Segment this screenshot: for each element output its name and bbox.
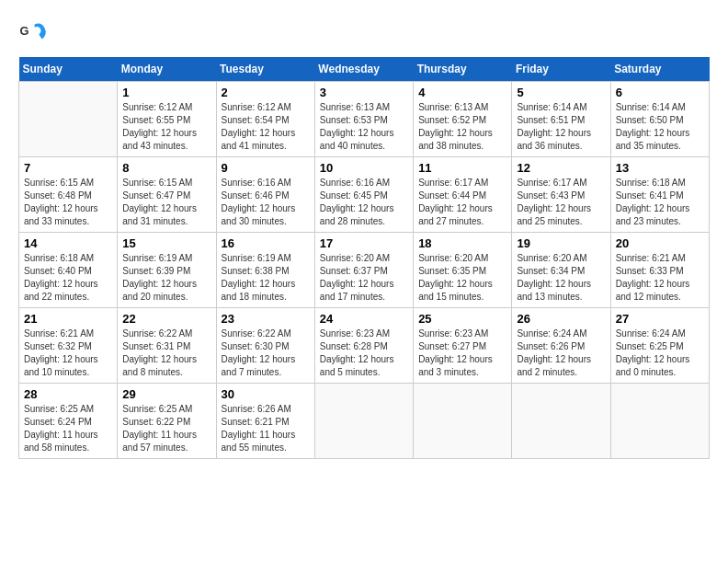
- calendar-week-4: 21Sunrise: 6:21 AM Sunset: 6:32 PM Dayli…: [19, 308, 710, 384]
- weekday-monday: Monday: [118, 57, 216, 82]
- day-number: 15: [122, 236, 210, 250]
- day-info: Sunrise: 6:21 AM Sunset: 6:32 PM Dayligh…: [24, 327, 112, 379]
- day-info: Sunrise: 6:20 AM Sunset: 6:34 PM Dayligh…: [517, 252, 605, 304]
- day-info: Sunrise: 6:15 AM Sunset: 6:48 PM Dayligh…: [24, 177, 112, 228]
- calendar-cell: 18Sunrise: 6:20 AM Sunset: 6:35 PM Dayli…: [414, 233, 512, 308]
- calendar-cell: 10Sunrise: 6:16 AM Sunset: 6:45 PM Dayli…: [314, 157, 413, 233]
- page-header: G: [18, 18, 710, 48]
- calendar-cell: 19Sunrise: 6:20 AM Sunset: 6:34 PM Dayli…: [512, 233, 610, 308]
- day-info: Sunrise: 6:14 AM Sunset: 6:50 PM Dayligh…: [616, 101, 704, 153]
- calendar-cell: 15Sunrise: 6:19 AM Sunset: 6:39 PM Dayli…: [118, 233, 216, 308]
- day-info: Sunrise: 6:25 AM Sunset: 6:24 PM Dayligh…: [24, 403, 112, 454]
- calendar-cell: 29Sunrise: 6:25 AM Sunset: 6:22 PM Dayli…: [118, 384, 216, 459]
- day-info: Sunrise: 6:13 AM Sunset: 6:53 PM Dayligh…: [320, 101, 408, 153]
- svg-text:G: G: [20, 24, 29, 38]
- day-number: 19: [517, 236, 605, 250]
- day-number: 18: [418, 236, 506, 250]
- day-number: 29: [122, 387, 210, 401]
- day-info: Sunrise: 6:18 AM Sunset: 6:41 PM Dayligh…: [616, 177, 704, 228]
- calendar-cell: 26Sunrise: 6:24 AM Sunset: 6:26 PM Dayli…: [512, 308, 610, 384]
- day-number: 4: [418, 86, 506, 99]
- calendar-cell: 12Sunrise: 6:17 AM Sunset: 6:43 PM Dayli…: [512, 157, 610, 233]
- day-info: Sunrise: 6:18 AM Sunset: 6:40 PM Dayligh…: [24, 252, 112, 304]
- calendar-cell: 9Sunrise: 6:16 AM Sunset: 6:46 PM Daylig…: [216, 157, 314, 233]
- calendar-cell: 22Sunrise: 6:22 AM Sunset: 6:31 PM Dayli…: [118, 308, 216, 384]
- day-info: Sunrise: 6:21 AM Sunset: 6:33 PM Dayligh…: [616, 252, 704, 304]
- calendar-week-3: 14Sunrise: 6:18 AM Sunset: 6:40 PM Dayli…: [19, 233, 710, 308]
- calendar-week-2: 7Sunrise: 6:15 AM Sunset: 6:48 PM Daylig…: [19, 157, 710, 233]
- calendar-cell: 25Sunrise: 6:23 AM Sunset: 6:27 PM Dayli…: [414, 308, 512, 384]
- calendar-table: SundayMondayTuesdayWednesdayThursdayFrid…: [18, 57, 710, 459]
- day-number: 13: [616, 161, 704, 175]
- calendar-cell: 8Sunrise: 6:15 AM Sunset: 6:47 PM Daylig…: [118, 157, 216, 233]
- logo-icon: G: [18, 18, 48, 48]
- calendar-cell: 17Sunrise: 6:20 AM Sunset: 6:37 PM Dayli…: [314, 233, 413, 308]
- weekday-tuesday: Tuesday: [216, 57, 314, 82]
- calendar-cell: 11Sunrise: 6:17 AM Sunset: 6:44 PM Dayli…: [414, 157, 512, 233]
- calendar-cell: [610, 384, 709, 459]
- day-info: Sunrise: 6:24 AM Sunset: 6:25 PM Dayligh…: [616, 327, 704, 379]
- day-number: 26: [517, 312, 605, 326]
- day-number: 14: [24, 236, 112, 250]
- day-number: 25: [418, 312, 506, 326]
- day-info: Sunrise: 6:15 AM Sunset: 6:47 PM Dayligh…: [122, 177, 210, 228]
- weekday-sunday: Sunday: [19, 57, 118, 82]
- day-info: Sunrise: 6:23 AM Sunset: 6:27 PM Dayligh…: [418, 327, 506, 379]
- day-info: Sunrise: 6:16 AM Sunset: 6:45 PM Dayligh…: [320, 177, 408, 228]
- day-number: 3: [320, 86, 408, 99]
- calendar-week-1: 1Sunrise: 6:12 AM Sunset: 6:55 PM Daylig…: [19, 82, 710, 157]
- calendar-cell: 14Sunrise: 6:18 AM Sunset: 6:40 PM Dayli…: [19, 233, 118, 308]
- calendar-cell: 24Sunrise: 6:23 AM Sunset: 6:28 PM Dayli…: [314, 308, 413, 384]
- day-number: 11: [418, 161, 506, 175]
- weekday-thursday: Thursday: [414, 57, 512, 82]
- day-info: Sunrise: 6:13 AM Sunset: 6:52 PM Dayligh…: [418, 101, 506, 153]
- calendar-cell: 16Sunrise: 6:19 AM Sunset: 6:38 PM Dayli…: [216, 233, 314, 308]
- day-number: 20: [616, 236, 704, 250]
- day-number: 6: [616, 86, 704, 99]
- day-number: 17: [320, 236, 408, 250]
- day-number: 23: [222, 312, 310, 326]
- calendar-cell: 30Sunrise: 6:26 AM Sunset: 6:21 PM Dayli…: [216, 384, 314, 459]
- calendar-week-5: 28Sunrise: 6:25 AM Sunset: 6:24 PM Dayli…: [19, 384, 710, 459]
- day-number: 5: [517, 86, 605, 99]
- day-info: Sunrise: 6:22 AM Sunset: 6:30 PM Dayligh…: [222, 327, 310, 379]
- calendar-cell: 1Sunrise: 6:12 AM Sunset: 6:55 PM Daylig…: [118, 82, 216, 157]
- calendar-cell: 4Sunrise: 6:13 AM Sunset: 6:52 PM Daylig…: [414, 82, 512, 157]
- day-number: 24: [320, 312, 408, 326]
- day-info: Sunrise: 6:12 AM Sunset: 6:55 PM Dayligh…: [122, 101, 210, 153]
- day-number: 12: [517, 161, 605, 175]
- calendar-body: 1Sunrise: 6:12 AM Sunset: 6:55 PM Daylig…: [19, 82, 710, 459]
- day-number: 21: [24, 312, 112, 326]
- day-number: 27: [616, 312, 704, 326]
- logo: G: [18, 18, 51, 48]
- day-info: Sunrise: 6:25 AM Sunset: 6:22 PM Dayligh…: [122, 403, 210, 454]
- weekday-friday: Friday: [512, 57, 610, 82]
- day-info: Sunrise: 6:23 AM Sunset: 6:28 PM Dayligh…: [320, 327, 408, 379]
- calendar-cell: 6Sunrise: 6:14 AM Sunset: 6:50 PM Daylig…: [610, 82, 709, 157]
- calendar-cell: 21Sunrise: 6:21 AM Sunset: 6:32 PM Dayli…: [19, 308, 118, 384]
- day-info: Sunrise: 6:17 AM Sunset: 6:43 PM Dayligh…: [517, 177, 605, 228]
- day-number: 16: [222, 236, 310, 250]
- calendar-cell: [19, 82, 118, 157]
- day-number: 9: [222, 161, 310, 175]
- calendar-cell: 23Sunrise: 6:22 AM Sunset: 6:30 PM Dayli…: [216, 308, 314, 384]
- day-number: 2: [222, 86, 310, 99]
- day-number: 7: [24, 161, 112, 175]
- day-number: 1: [122, 86, 210, 99]
- calendar-cell: 5Sunrise: 6:14 AM Sunset: 6:51 PM Daylig…: [512, 82, 610, 157]
- weekday-header-row: SundayMondayTuesdayWednesdayThursdayFrid…: [19, 57, 710, 82]
- day-number: 28: [24, 387, 112, 401]
- day-info: Sunrise: 6:19 AM Sunset: 6:39 PM Dayligh…: [122, 252, 210, 304]
- calendar-cell: 20Sunrise: 6:21 AM Sunset: 6:33 PM Dayli…: [610, 233, 709, 308]
- weekday-saturday: Saturday: [610, 57, 709, 82]
- calendar-cell: 2Sunrise: 6:12 AM Sunset: 6:54 PM Daylig…: [216, 82, 314, 157]
- day-number: 10: [320, 161, 408, 175]
- day-info: Sunrise: 6:20 AM Sunset: 6:35 PM Dayligh…: [418, 252, 506, 304]
- day-number: 22: [122, 312, 210, 326]
- calendar-cell: [314, 384, 413, 459]
- day-info: Sunrise: 6:17 AM Sunset: 6:44 PM Dayligh…: [418, 177, 506, 228]
- calendar-cell: [414, 384, 512, 459]
- calendar-cell: 7Sunrise: 6:15 AM Sunset: 6:48 PM Daylig…: [19, 157, 118, 233]
- day-info: Sunrise: 6:16 AM Sunset: 6:46 PM Dayligh…: [222, 177, 310, 228]
- day-info: Sunrise: 6:26 AM Sunset: 6:21 PM Dayligh…: [222, 403, 310, 454]
